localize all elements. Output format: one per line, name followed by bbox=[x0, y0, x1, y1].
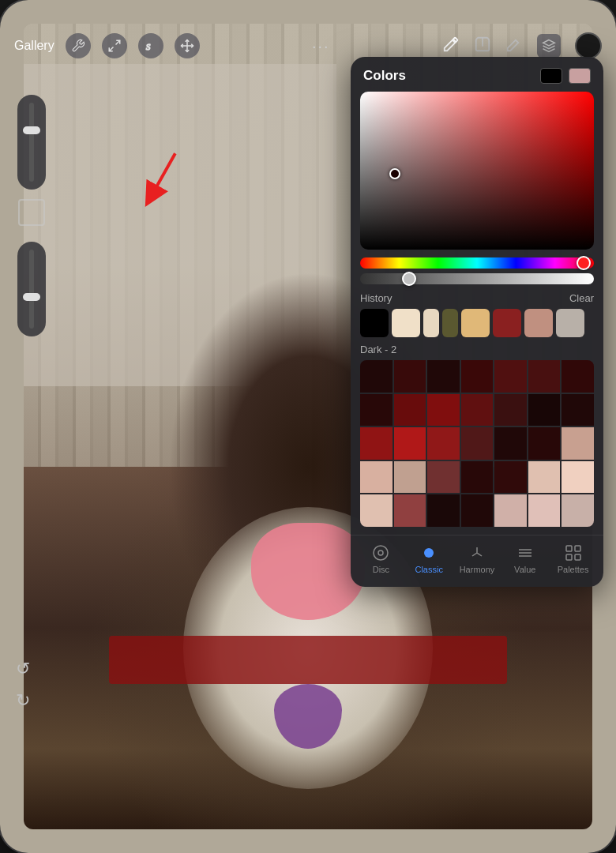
svg-rect-14 bbox=[566, 546, 572, 551]
opacity-track bbox=[29, 250, 34, 329]
palette-swatch-16[interactable] bbox=[427, 427, 460, 460]
dog-tongue bbox=[251, 523, 365, 619]
tab-palettes-label: Palettes bbox=[558, 565, 589, 574]
palette-swatch-26[interactable] bbox=[528, 461, 561, 494]
palettes-icon bbox=[564, 543, 583, 562]
wrench-icon-button[interactable] bbox=[66, 33, 91, 58]
palette-swatch-5[interactable] bbox=[528, 360, 561, 393]
hue-slider-container[interactable] bbox=[360, 257, 594, 269]
redo-button[interactable]: ↻ bbox=[16, 690, 30, 711]
palette-swatch-34[interactable] bbox=[562, 494, 594, 527]
palette-swatch-1[interactable] bbox=[394, 360, 426, 393]
background-color-swatch[interactable] bbox=[569, 68, 591, 84]
palette-swatch-25[interactable] bbox=[494, 461, 527, 494]
layers-button[interactable] bbox=[537, 34, 561, 58]
palette-swatch-31[interactable] bbox=[461, 494, 494, 527]
palette-swatch-11[interactable] bbox=[494, 394, 527, 426]
svg-marker-8 bbox=[543, 40, 555, 47]
history-swatch-6[interactable] bbox=[524, 309, 553, 337]
palette-swatch-21[interactable] bbox=[360, 461, 393, 494]
palette-swatch-2[interactable] bbox=[427, 360, 460, 393]
palette-swatch-23[interactable] bbox=[427, 461, 460, 494]
brush-size-slider[interactable] bbox=[17, 95, 46, 190]
tab-value-label: Value bbox=[514, 565, 535, 574]
tab-palettes[interactable]: Palettes bbox=[553, 543, 594, 574]
palette-swatch-32[interactable] bbox=[494, 494, 527, 527]
svg-point-9 bbox=[374, 546, 388, 560]
tab-disc[interactable]: Disc bbox=[360, 543, 401, 574]
palette-swatch-29[interactable] bbox=[394, 494, 426, 527]
palette-swatch-0[interactable] bbox=[360, 360, 393, 393]
hue-slider[interactable] bbox=[360, 257, 594, 269]
tab-disc-label: Disc bbox=[373, 565, 389, 574]
undo-button[interactable]: ↺ bbox=[16, 659, 30, 679]
more-options-button[interactable]: ··· bbox=[312, 37, 330, 55]
colors-panel: Colors History Clear bbox=[351, 57, 603, 587]
svg-line-3 bbox=[109, 47, 113, 51]
panel-title: Colors bbox=[363, 68, 534, 84]
palette-swatch-7[interactable] bbox=[360, 394, 393, 426]
svg-text:S: S bbox=[146, 43, 151, 51]
palette-swatch-14[interactable] bbox=[360, 427, 393, 460]
palette-swatch-24[interactable] bbox=[461, 461, 494, 494]
palette-grid bbox=[360, 360, 594, 527]
svg-line-2 bbox=[115, 40, 119, 44]
history-swatch-4[interactable] bbox=[461, 309, 490, 337]
modify-icon-button[interactable] bbox=[102, 33, 127, 58]
palette-swatch-30[interactable] bbox=[427, 494, 460, 527]
smudge-tool-button[interactable] bbox=[505, 36, 523, 56]
disc-icon bbox=[371, 543, 390, 562]
palette-swatch-8[interactable] bbox=[394, 394, 426, 426]
classic-icon bbox=[419, 543, 438, 562]
ipad-frame: Gallery S ··· bbox=[0, 0, 616, 853]
tab-harmony-label: Harmony bbox=[460, 565, 495, 574]
palette-swatch-15[interactable] bbox=[394, 427, 426, 460]
panel-header: Colors bbox=[351, 57, 603, 92]
palette-swatch-12[interactable] bbox=[528, 394, 561, 426]
palette-swatch-10[interactable] bbox=[461, 394, 494, 426]
tab-value[interactable]: Value bbox=[505, 543, 546, 574]
palette-swatch-33[interactable] bbox=[528, 494, 561, 527]
history-swatch-7[interactable] bbox=[556, 309, 584, 337]
tab-classic-label: Classic bbox=[415, 565, 442, 574]
history-swatch-1[interactable] bbox=[392, 309, 420, 337]
palette-swatch-6[interactable] bbox=[562, 360, 594, 393]
history-swatch-5[interactable] bbox=[493, 309, 521, 337]
opacity-thumb bbox=[23, 293, 40, 301]
history-swatch-0[interactable] bbox=[360, 309, 389, 337]
palette-swatch-18[interactable] bbox=[494, 427, 527, 460]
opacity-slider[interactable] bbox=[17, 242, 46, 336]
toolbar-center: ··· bbox=[200, 37, 442, 55]
shape-tool-button[interactable] bbox=[18, 199, 45, 226]
opacity-slider-container[interactable] bbox=[360, 273, 594, 284]
palette-swatch-22[interactable] bbox=[394, 461, 426, 494]
tab-harmony[interactable]: Harmony bbox=[456, 543, 498, 574]
harmony-icon bbox=[468, 543, 486, 562]
brush-size-thumb bbox=[23, 126, 40, 134]
tab-classic[interactable]: Classic bbox=[408, 543, 449, 574]
value-icon bbox=[516, 543, 535, 562]
select-icon-button[interactable]: S bbox=[138, 33, 163, 58]
eyedropper-tool-button[interactable] bbox=[474, 36, 491, 56]
history-swatches bbox=[360, 309, 594, 337]
palette-swatch-4[interactable] bbox=[494, 360, 527, 393]
active-color-button[interactable] bbox=[575, 32, 602, 59]
color-picker-gradient[interactable] bbox=[360, 92, 594, 250]
opacity-slider-track[interactable] bbox=[360, 273, 594, 284]
transform-icon-button[interactable] bbox=[175, 33, 200, 58]
palette-swatch-19[interactable] bbox=[528, 427, 561, 460]
history-swatch-2[interactable] bbox=[423, 309, 439, 337]
palette-swatch-20[interactable] bbox=[562, 427, 594, 460]
palette-swatch-27[interactable] bbox=[562, 461, 594, 494]
palette-swatch-28[interactable] bbox=[360, 494, 393, 527]
palette-swatch-13[interactable] bbox=[562, 394, 594, 426]
clear-history-button[interactable]: Clear bbox=[569, 292, 594, 304]
palette-swatch-3[interactable] bbox=[461, 360, 494, 393]
gallery-button[interactable]: Gallery bbox=[14, 39, 54, 53]
palette-swatch-17[interactable] bbox=[461, 427, 494, 460]
palette-swatch-9[interactable] bbox=[427, 394, 460, 426]
color-picker-cursor bbox=[389, 168, 400, 179]
history-swatch-3[interactable] bbox=[442, 309, 458, 337]
foreground-color-swatch[interactable] bbox=[540, 68, 562, 84]
brush-tool-button[interactable] bbox=[442, 36, 460, 56]
